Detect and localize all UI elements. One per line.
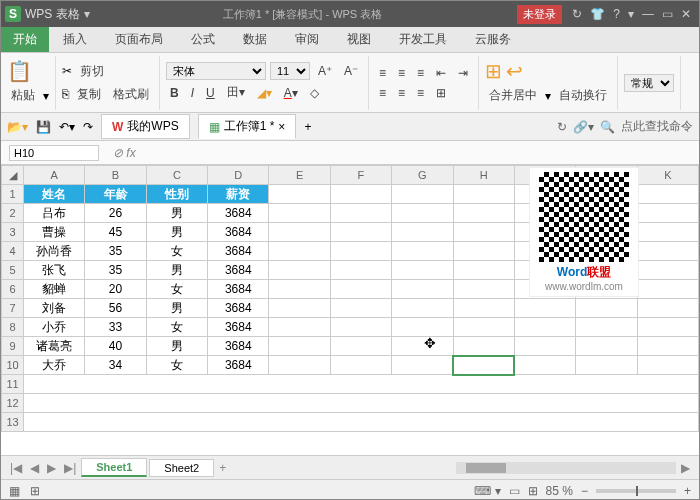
cell[interactable]: [24, 375, 699, 394]
tab-view[interactable]: 视图: [333, 27, 385, 52]
cell[interactable]: 男: [146, 299, 207, 318]
style-select[interactable]: 常规: [624, 74, 674, 92]
indent-left-icon[interactable]: ⇤: [432, 64, 450, 82]
cell[interactable]: 张飞: [24, 261, 85, 280]
cell[interactable]: 26: [85, 204, 146, 223]
cell[interactable]: [392, 242, 453, 261]
cell[interactable]: [392, 299, 453, 318]
cell[interactable]: [24, 394, 699, 413]
cell[interactable]: [637, 299, 698, 318]
cell[interactable]: 年龄: [85, 185, 146, 204]
col-D[interactable]: D: [208, 166, 269, 185]
next-sheet-icon[interactable]: ▶: [44, 461, 59, 475]
increase-font-icon[interactable]: A⁺: [314, 62, 336, 80]
cell[interactable]: [269, 185, 330, 204]
cell[interactable]: [576, 356, 637, 375]
cell[interactable]: [576, 318, 637, 337]
menu-icon[interactable]: ▾: [628, 7, 634, 21]
scroll-thumb[interactable]: [466, 463, 506, 473]
cell[interactable]: [514, 299, 575, 318]
cell[interactable]: [453, 261, 514, 280]
cell[interactable]: 薪资: [208, 185, 269, 204]
size-select[interactable]: 11: [270, 62, 310, 80]
cell[interactable]: [330, 204, 391, 223]
col-C[interactable]: C: [146, 166, 207, 185]
row-1[interactable]: 1: [2, 185, 24, 204]
cut-button[interactable]: 剪切: [76, 61, 108, 82]
row-7[interactable]: 7: [2, 299, 24, 318]
cell[interactable]: 3684: [208, 280, 269, 299]
skin-icon[interactable]: 👕: [590, 7, 605, 21]
cell[interactable]: [453, 185, 514, 204]
dropdown-icon[interactable]: ▾: [84, 7, 90, 21]
row-3[interactable]: 3: [2, 223, 24, 242]
align-left-icon[interactable]: ≡: [375, 84, 390, 102]
cell[interactable]: 3684: [208, 204, 269, 223]
row-4[interactable]: 4: [2, 242, 24, 261]
cell[interactable]: [269, 261, 330, 280]
align-center-icon[interactable]: ≡: [394, 84, 409, 102]
cell[interactable]: [269, 204, 330, 223]
close-tab-icon[interactable]: ×: [278, 120, 285, 134]
cell[interactable]: [637, 242, 698, 261]
cell[interactable]: 诸葛亮: [24, 337, 85, 356]
cell[interactable]: 小乔: [24, 318, 85, 337]
cell[interactable]: [637, 318, 698, 337]
search-hint[interactable]: 点此查找命令: [621, 118, 693, 135]
row-8[interactable]: 8: [2, 318, 24, 337]
zoom-out-icon[interactable]: −: [581, 484, 588, 498]
cell[interactable]: [637, 185, 698, 204]
row-11[interactable]: 11: [2, 375, 24, 394]
sheet-2[interactable]: Sheet2: [149, 459, 214, 477]
cell[interactable]: [392, 185, 453, 204]
cell[interactable]: 56: [85, 299, 146, 318]
cell[interactable]: 姓名: [24, 185, 85, 204]
cell[interactable]: [330, 242, 391, 261]
cell[interactable]: 男: [146, 223, 207, 242]
corner[interactable]: ◢: [2, 166, 24, 185]
sync-icon[interactable]: ↻: [572, 7, 582, 21]
cell[interactable]: [269, 280, 330, 299]
align-right-icon[interactable]: ≡: [413, 84, 428, 102]
cell[interactable]: [453, 204, 514, 223]
cell[interactable]: [453, 337, 514, 356]
col-G[interactable]: G: [392, 166, 453, 185]
cell[interactable]: 35: [85, 242, 146, 261]
cell[interactable]: 3684: [208, 261, 269, 280]
cell[interactable]: [514, 356, 575, 375]
align-top-icon[interactable]: ≡: [375, 64, 390, 82]
cell[interactable]: 3684: [208, 299, 269, 318]
cell[interactable]: 34: [85, 356, 146, 375]
merge-icon[interactable]: ⊞: [432, 84, 450, 102]
cell[interactable]: [330, 299, 391, 318]
tab-cloud[interactable]: 云服务: [461, 27, 525, 52]
clear-format-icon[interactable]: ◇: [306, 84, 323, 102]
cell[interactable]: 女: [146, 280, 207, 299]
cell[interactable]: 刘备: [24, 299, 85, 318]
minimize-icon[interactable]: —: [642, 7, 654, 21]
close-icon[interactable]: ✕: [681, 7, 691, 21]
cell[interactable]: [330, 185, 391, 204]
decrease-font-icon[interactable]: A⁻: [340, 62, 362, 80]
cell[interactable]: [453, 223, 514, 242]
paste-button[interactable]: 粘贴: [7, 85, 39, 106]
cell[interactable]: [576, 299, 637, 318]
format-painter[interactable]: 格式刷: [109, 84, 153, 105]
align-bot-icon[interactable]: ≡: [413, 64, 428, 82]
zoom-in-icon[interactable]: +: [684, 484, 691, 498]
cell[interactable]: 吕布: [24, 204, 85, 223]
last-sheet-icon[interactable]: ▶|: [61, 461, 79, 475]
cell[interactable]: [330, 356, 391, 375]
layout-icon[interactable]: ⊞: [30, 484, 40, 498]
row-2[interactable]: 2: [2, 204, 24, 223]
open-icon[interactable]: 📂▾: [7, 120, 28, 134]
cell[interactable]: 3684: [208, 356, 269, 375]
cell[interactable]: 女: [146, 242, 207, 261]
cell[interactable]: [269, 356, 330, 375]
cell[interactable]: [637, 337, 698, 356]
cell[interactable]: 45: [85, 223, 146, 242]
tab-formula[interactable]: 公式: [177, 27, 229, 52]
wrap-button[interactable]: 自动换行: [555, 85, 611, 106]
view-page-icon[interactable]: ⊞: [528, 484, 538, 498]
cell[interactable]: [330, 318, 391, 337]
